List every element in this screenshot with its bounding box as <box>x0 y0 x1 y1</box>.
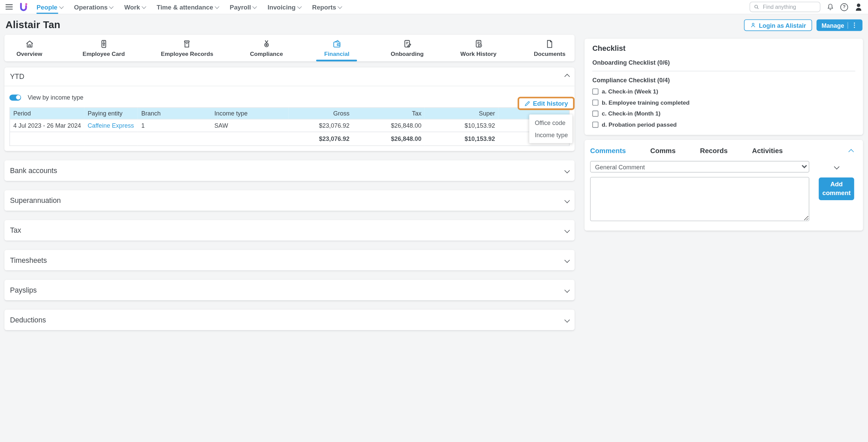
section-bank-accounts[interactable]: Bank accounts <box>4 160 575 181</box>
global-search[interactable] <box>750 2 821 12</box>
notifications-bell-icon[interactable] <box>827 3 834 10</box>
divider <box>592 71 855 71</box>
menu-item-office-code[interactable]: Office code <box>529 117 572 129</box>
tab-onboarding[interactable]: Onboarding <box>390 35 424 61</box>
checklist-item: a. Check-in (Week 1) <box>592 88 855 95</box>
total-super: $10,153.92 <box>425 132 498 146</box>
page-header: Alistair Tan Login as Alistair Manage ⋮ <box>0 14 868 35</box>
help-icon[interactable]: ? <box>840 3 848 11</box>
col-super: Super <box>425 108 498 119</box>
section-deductions[interactable]: Deductions <box>4 310 575 330</box>
ytd-section: YTD View by income type Edit history <box>4 67 575 151</box>
nav-item-reports[interactable]: Reports <box>312 0 342 14</box>
medal-icon <box>262 39 271 49</box>
main-content: Overview Employee Card Employee Records <box>0 35 868 330</box>
main-menu: People Operations Work Time & attendance… <box>37 0 342 14</box>
nav-item-people[interactable]: People <box>37 0 63 14</box>
col-paying-entity: Paying entity <box>84 108 138 119</box>
tab-employee-records[interactable]: Employee Records <box>161 35 213 61</box>
tab-activities[interactable]: Activities <box>752 147 783 155</box>
nav-item-payroll[interactable]: Payroll <box>230 0 257 14</box>
add-comment-button[interactable]: Add comment <box>819 177 854 200</box>
button-divider <box>848 22 848 28</box>
login-as-button[interactable]: Login as Alistair <box>744 19 812 31</box>
tab-comms[interactable]: Comms <box>650 147 676 155</box>
person-icon <box>750 22 756 28</box>
checklist-item: b. Employee training completed <box>592 99 855 106</box>
tab-employee-card[interactable]: Employee Card <box>82 35 125 61</box>
nav-item-operations[interactable]: Operations <box>74 0 113 14</box>
ytd-title: YTD <box>10 72 24 81</box>
table-row: 4 Jul 2023 - 26 Mar 2024 Caffeine Expres… <box>10 119 570 132</box>
right-column: Checklist Onboarding Checklist (0/6) Com… <box>585 35 863 231</box>
nav-item-invoicing[interactable]: Invoicing <box>268 0 301 14</box>
tab-work-history[interactable]: Work History <box>460 35 496 61</box>
chevron-down-icon <box>565 257 570 263</box>
tab-documents[interactable]: Documents <box>532 35 567 61</box>
comment-inputs: General Comment <box>590 161 809 223</box>
chevron-down-icon <box>565 198 570 203</box>
checklist-title: Checklist <box>592 44 855 52</box>
tab-financial[interactable]: Financial <box>320 35 354 61</box>
kebab-menu-icon[interactable]: ⋮ <box>851 22 857 28</box>
edit-history-button[interactable]: Edit history <box>519 99 573 108</box>
ytd-body: View by income type Edit history Office … <box>4 94 575 146</box>
tab-overview[interactable]: Overview <box>12 35 46 61</box>
nav-item-time-attendance[interactable]: Time & attendance <box>157 0 219 14</box>
header-actions: Login as Alistair Manage ⋮ <box>744 19 863 31</box>
view-by-income-type-toggle[interactable] <box>9 94 21 100</box>
comments-panel: Comments Comms Records Activities Genera… <box>585 140 863 231</box>
chevron-down-icon <box>338 4 342 9</box>
chevron-down-icon <box>565 168 570 173</box>
section-timesheets[interactable]: Timesheets <box>4 250 575 270</box>
hamburger-menu-icon[interactable] <box>5 4 13 10</box>
comment-type-select[interactable]: General Comment <box>590 161 809 172</box>
comments-tabs: Comments Comms Records Activities <box>590 145 857 161</box>
nav-item-work[interactable]: Work <box>124 0 145 14</box>
cell-income-type: SAW <box>211 119 289 132</box>
document-icon <box>545 39 554 49</box>
profile-tabs: Overview Employee Card Employee Records <box>4 35 575 61</box>
tab-records[interactable]: Records <box>700 147 728 155</box>
chevron-down-icon <box>109 4 114 9</box>
checkbox-probation-period[interactable] <box>592 121 598 127</box>
checkbox-check-in-month-1[interactable] <box>592 110 598 117</box>
cell-gross: $23,076.92 <box>289 119 353 132</box>
chevron-down-icon <box>59 4 64 9</box>
chevron-down-icon <box>297 4 302 9</box>
section-superannuation[interactable]: Superannuation <box>4 190 575 211</box>
id-card-icon <box>99 39 108 49</box>
comment-form: General Comment Add comment <box>590 161 857 223</box>
ytd-section-header[interactable]: YTD <box>4 67 575 86</box>
chevron-down-icon <box>565 287 570 293</box>
tab-comments[interactable]: Comments <box>590 147 626 155</box>
page-title: Alistair Tan <box>5 19 60 31</box>
manage-button[interactable]: Manage ⋮ <box>816 19 862 31</box>
edit-history-menu: Office code Income type <box>529 114 572 143</box>
cell-tax: $26,848.00 <box>353 119 425 132</box>
checkbox-employee-training[interactable] <box>592 99 598 105</box>
income-type-toggle-row: View by income type <box>9 94 570 101</box>
ytd-table: Period Paying entity Branch Income type … <box>9 107 570 146</box>
table-total-row: $23,076.92 $26,848.00 $10,153.92 <box>10 132 570 146</box>
table-header-row: Period Paying entity Branch Income type … <box>10 108 570 119</box>
chevron-down-icon <box>253 4 257 9</box>
col-tax: Tax <box>353 108 425 119</box>
expand-options-button[interactable] <box>834 161 838 172</box>
archive-icon <box>182 39 192 49</box>
section-payslips[interactable]: Payslips <box>4 280 575 300</box>
col-branch: Branch <box>138 108 211 119</box>
menu-item-income-type[interactable]: Income type <box>529 129 572 141</box>
paying-entity-link[interactable]: Caffeine Express <box>87 122 134 129</box>
avatar[interactable] <box>855 3 863 11</box>
search-input[interactable] <box>762 3 816 10</box>
total-gross: $23,076.92 <box>289 132 353 146</box>
comment-textarea[interactable] <box>590 177 809 221</box>
collapse-panel-button[interactable] <box>849 146 853 156</box>
checkbox-check-in-week-1[interactable] <box>592 88 598 94</box>
tab-compliance[interactable]: Compliance <box>249 35 283 61</box>
chevron-down-icon <box>215 4 219 9</box>
foundu-logo[interactable] <box>19 2 27 11</box>
section-tax[interactable]: Tax <box>4 220 575 240</box>
app-root: People Operations Work Time & attendance… <box>0 0 868 442</box>
